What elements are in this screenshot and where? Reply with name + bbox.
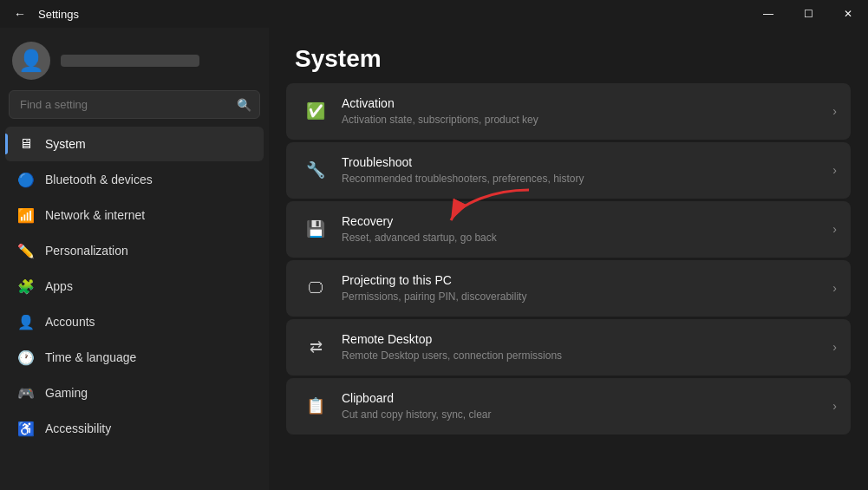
page-title: System	[295, 45, 842, 73]
system-icon: 🖥	[17, 135, 35, 153]
setting-text-clipboard: Clipboard Cut and copy history, sync, cl…	[331, 390, 832, 422]
chevron-icon-projecting: ›	[832, 281, 837, 295]
setting-remote-desktop[interactable]: ⇄ Remote Desktop Remote Desktop users, c…	[286, 319, 851, 376]
sidebar-item-network[interactable]: 📶 Network & internet	[5, 198, 264, 232]
search-input[interactable]	[9, 90, 260, 119]
content-wrapper: System ✅ Activation Activation state, su…	[269, 28, 868, 490]
sidebar-item-label: System	[45, 137, 86, 151]
setting-troubleshoot[interactable]: 🔧 Troubleshoot Recommended troubleshoote…	[286, 142, 851, 199]
network-icon: 📶	[17, 206, 35, 224]
search-container: 🔍	[9, 90, 260, 119]
sidebar-item-time[interactable]: 🕐 Time & language	[5, 340, 264, 375]
sidebar-item-label: Time & language	[45, 350, 136, 364]
recovery-icon: 💾	[300, 213, 331, 245]
sidebar-nav: 🖥 System 🔵 Bluetooth & devices 📶 Network…	[0, 126, 269, 490]
sidebar-item-system[interactable]: 🖥 System	[5, 127, 264, 161]
bluetooth-icon: 🔵	[17, 171, 35, 188]
sidebar-item-accounts[interactable]: 👤 Accounts	[5, 304, 264, 339]
setting-text-remote-desktop: Remote Desktop Remote Desktop users, con…	[331, 331, 832, 363]
setting-clipboard[interactable]: 📋 Clipboard Cut and copy history, sync, …	[286, 378, 851, 434]
minimize-button[interactable]: —	[748, 0, 788, 28]
content-header: System	[269, 28, 868, 83]
setting-subtitle-remote-desktop: Remote Desktop users, connection permiss…	[342, 349, 822, 363]
accounts-icon: 👤	[17, 313, 35, 330]
titlebar-left: ← Settings	[9, 3, 79, 24]
sidebar-item-label: Gaming	[45, 386, 88, 400]
chevron-icon-activation: ›	[832, 104, 837, 118]
clipboard-icon: 📋	[300, 390, 331, 421]
chevron-icon-remote-desktop: ›	[832, 340, 837, 354]
sidebar-item-apps[interactable]: 🧩 Apps	[5, 269, 264, 304]
sidebar-item-label: Bluetooth & devices	[45, 173, 153, 186]
sidebar-item-label: Network & internet	[45, 208, 145, 222]
personalization-icon: ✏️	[17, 242, 35, 259]
sidebar: 👤 🔍 🖥 System 🔵 Bluetooth & devices 📶	[0, 28, 269, 490]
profile-section[interactable]: 👤	[0, 28, 269, 90]
accessibility-icon: ♿	[17, 420, 35, 437]
sidebar-item-gaming[interactable]: 🎮 Gaming	[5, 376, 264, 410]
remote-desktop-icon: ⇄	[300, 331, 331, 363]
apps-icon: 🧩	[17, 278, 35, 295]
chevron-icon-troubleshoot: ›	[832, 163, 837, 177]
setting-subtitle-recovery: Reset, advanced startup, go back	[342, 231, 822, 245]
chevron-icon-clipboard: ›	[832, 399, 837, 413]
sidebar-item-label: Accounts	[45, 315, 95, 329]
setting-subtitle-projecting: Permissions, pairing PIN, discoverabilit…	[342, 290, 822, 304]
setting-subtitle-activation: Activation state, subscriptions, product…	[342, 113, 822, 127]
main-layout: 👤 🔍 🖥 System 🔵 Bluetooth & devices 📶	[0, 28, 868, 490]
sidebar-item-personalization[interactable]: ✏️ Personalization	[5, 233, 264, 268]
time-icon: 🕐	[17, 349, 35, 366]
setting-title-troubleshoot: Troubleshoot	[342, 154, 822, 170]
setting-title-clipboard: Clipboard	[342, 390, 822, 406]
setting-title-projecting: Projecting to this PC	[342, 272, 822, 288]
titlebar: ← Settings — ☐ ✕	[0, 0, 868, 28]
setting-text-recovery: Recovery Reset, advanced startup, go bac…	[331, 213, 832, 245]
sidebar-item-label: Personalization	[45, 244, 128, 258]
maximize-button[interactable]: ☐	[788, 0, 828, 28]
setting-projecting[interactable]: 🖵 Projecting to this PC Permissions, pai…	[286, 260, 851, 317]
setting-title-remote-desktop: Remote Desktop	[342, 331, 822, 347]
setting-title-recovery: Recovery	[342, 213, 822, 229]
avatar-icon: 👤	[18, 49, 44, 73]
setting-title-activation: Activation	[342, 95, 822, 111]
username-redacted	[61, 55, 199, 67]
setting-subtitle-troubleshoot: Recommended troubleshooters, preferences…	[342, 172, 822, 186]
activation-icon: ✅	[300, 95, 331, 127]
setting-text-projecting: Projecting to this PC Permissions, pairi…	[331, 272, 832, 304]
setting-activation[interactable]: ✅ Activation Activation state, subscript…	[286, 83, 851, 140]
projecting-icon: 🖵	[300, 272, 331, 304]
app-title: Settings	[38, 8, 79, 21]
avatar: 👤	[12, 42, 50, 80]
close-button[interactable]: ✕	[828, 0, 868, 28]
setting-recovery[interactable]: 💾 Recovery Reset, advanced startup, go b…	[286, 201, 851, 258]
troubleshoot-icon: 🔧	[300, 154, 331, 186]
content-area: System ✅ Activation Activation state, su…	[269, 28, 868, 490]
sidebar-item-label: Apps	[45, 279, 73, 293]
chevron-icon-recovery: ›	[832, 222, 837, 236]
settings-list: ✅ Activation Activation state, subscript…	[269, 83, 868, 490]
gaming-icon: 🎮	[17, 384, 35, 402]
back-button[interactable]: ←	[9, 3, 31, 24]
sidebar-item-bluetooth[interactable]: 🔵 Bluetooth & devices	[5, 162, 264, 197]
setting-text-activation: Activation Activation state, subscriptio…	[331, 95, 832, 127]
titlebar-controls: — ☐ ✕	[748, 0, 868, 28]
sidebar-item-label: Accessibility	[45, 421, 111, 435]
sidebar-item-accessibility[interactable]: ♿ Accessibility	[5, 411, 264, 446]
setting-subtitle-clipboard: Cut and copy history, sync, clear	[342, 408, 822, 422]
setting-text-troubleshoot: Troubleshoot Recommended troubleshooters…	[331, 154, 832, 186]
